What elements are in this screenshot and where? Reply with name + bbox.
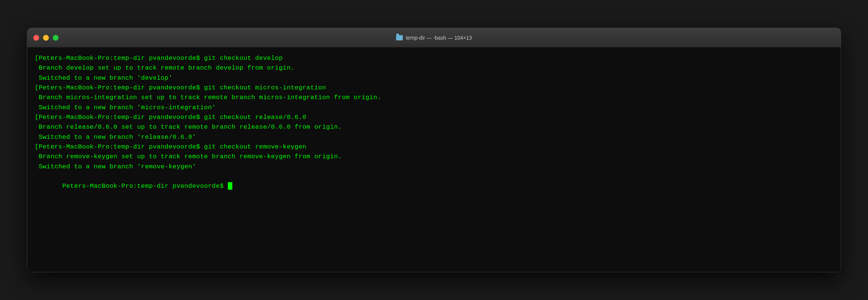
close-button[interactable] [33,35,39,41]
folder-icon [396,35,403,40]
terminal-body[interactable]: [Peters-MacBook-Pro:temp-dir pvandevoord… [27,48,841,272]
terminal-line-4: [Peters-MacBook-Pro:temp-dir pvandevoord… [35,83,833,93]
terminal-line-11: Branch remove-keygen set up to track rem… [35,152,833,162]
terminal-line-6: Switched to a new branch 'micros-integra… [35,103,833,113]
traffic-lights [33,35,59,41]
title-text: temp-dir — -bash — 104×13 [406,35,472,41]
terminal-line-10: [Peters-MacBook-Pro:temp-dir pvandevoord… [35,142,833,152]
terminal-line-5: Branch micros-integration set up to trac… [35,93,833,102]
cursor [228,182,232,190]
prompt-text: Peters-MacBook-Pro:temp-dir pvandevoorde… [58,183,227,190]
minimize-button[interactable] [43,35,49,41]
terminal-window: temp-dir — -bash — 104×13 [Peters-MacBoo… [27,28,841,272]
titlebar: temp-dir — -bash — 104×13 [27,28,841,48]
terminal-line-3: Switched to a new branch 'develop' [35,73,833,83]
terminal-line-2: Branch develop set up to track remote br… [35,63,833,73]
terminal-line-1: [Peters-MacBook-Pro:temp-dir pvandevoord… [35,53,833,63]
terminal-line-8: Branch release/0.6.0 set up to track rem… [35,122,833,132]
window-title: temp-dir — -bash — 104×13 [396,35,472,41]
maximize-button[interactable] [53,35,59,41]
terminal-line-7: [Peters-MacBook-Pro:temp-dir pvandevoord… [35,113,833,122]
terminal-line-9: Switched to a new branch 'release/0.6.0' [35,132,833,142]
terminal-line-13: Peters-MacBook-Pro:temp-dir pvandevoorde… [35,172,833,201]
terminal-line-12: Switched to a new branch 'remove-keygen' [35,162,833,172]
